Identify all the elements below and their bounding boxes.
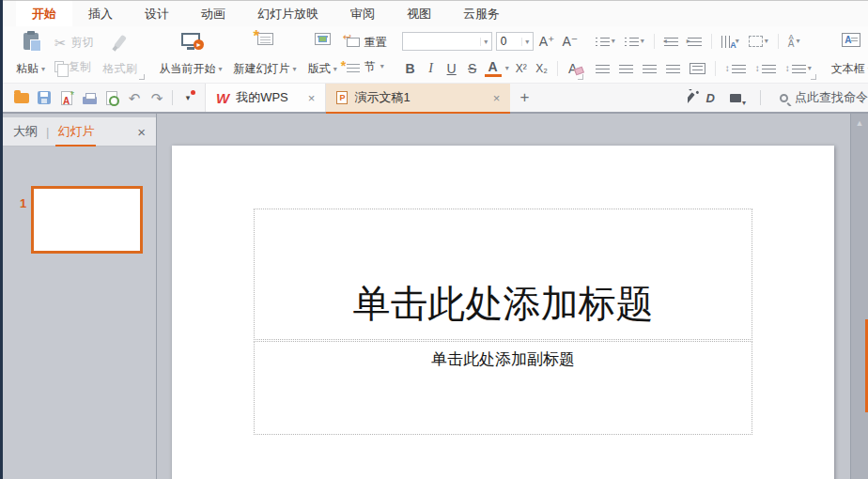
close-tab-icon[interactable]: × — [295, 91, 316, 105]
presentation-file-icon: P — [336, 91, 348, 104]
close-panel-icon[interactable]: × — [137, 124, 146, 140]
font-color-button[interactable]: A — [485, 59, 502, 77]
close-tab-icon[interactable]: × — [493, 91, 501, 105]
print-preview-button[interactable] — [101, 86, 123, 109]
strikethrough-button[interactable]: S — [464, 61, 481, 76]
textbox-button[interactable]: 文本框▾ — [826, 28, 868, 81]
redo-icon: ↷ — [151, 91, 163, 105]
chevron-down-icon: ▾ — [796, 38, 799, 45]
share-icon[interactable] — [730, 94, 741, 102]
reset-icon — [347, 38, 360, 47]
scissors-icon: ✂ — [54, 36, 67, 50]
new-slide-icon — [257, 33, 273, 45]
paragraph-group: ▾ ▾ ▾ ▾ ▾ — [589, 26, 818, 83]
slides-group: 从当前开始▾ 新建幻灯片▾ 版式▾ 重置 节 ▾ — [150, 26, 395, 83]
customize-toolbar-button[interactable]: ▾ — [177, 86, 199, 109]
underline-button[interactable]: U — [443, 61, 460, 76]
increase-font-size-button[interactable]: A⁺ — [537, 34, 557, 49]
bullet-list-button[interactable]: ▾ — [593, 34, 618, 49]
undo-button[interactable]: ↶ — [123, 86, 146, 109]
font-dialog-launcher[interactable] — [578, 74, 583, 80]
slide-thumbnail[interactable] — [31, 186, 143, 254]
redo-button[interactable]: ↷ — [146, 86, 168, 109]
superscript-button[interactable]: X² — [513, 62, 530, 75]
docer-icon[interactable]: D — [706, 91, 715, 105]
menu-tab-insert[interactable]: 插入 — [72, 1, 129, 26]
search-icon — [780, 94, 788, 102]
menu-bar: 开始 插入 设计 动画 幻灯片放映 审阅 视图 云服务 — [3, 0, 868, 26]
tab-document-1[interactable]: P 演示文稿1 × — [326, 84, 510, 114]
subscript-button[interactable]: X₂ — [534, 62, 550, 75]
numbered-list-button[interactable]: ▾ — [622, 34, 647, 49]
menu-tab-slideshow[interactable]: 幻灯片放映 — [241, 1, 334, 26]
subtitle-placeholder[interactable]: 单击此处添加副标题 — [254, 341, 752, 435]
print-button[interactable] — [78, 86, 101, 109]
character-spacing-button[interactable]: ▾ — [785, 33, 803, 50]
distribute-button[interactable] — [687, 61, 708, 76]
numbered-list-icon — [625, 36, 639, 47]
align-right-button[interactable] — [640, 61, 659, 76]
chevron-down-icon: ▾ — [480, 38, 491, 46]
increase-indent-button[interactable] — [685, 34, 705, 49]
decrease-indent-button[interactable] — [661, 34, 681, 49]
menu-tab-animation[interactable]: 动画 — [185, 1, 241, 26]
chevron-down-icon: ▾ — [641, 38, 644, 45]
font-group: ▾ 0 ▾ A⁺ A⁻ B I U S A ▾ X² — [398, 26, 585, 83]
font-name-combobox[interactable]: ▾ — [402, 32, 492, 51]
text-direction-button[interactable]: ▾ — [719, 34, 742, 50]
justify-button[interactable] — [663, 61, 683, 76]
small-divider — [778, 34, 779, 49]
outline-tab[interactable]: 大纲 — [13, 117, 38, 146]
align-left-button[interactable] — [593, 61, 612, 76]
paste-label: 粘贴 — [16, 61, 39, 77]
font-size-combobox[interactable]: 0 ▾ — [496, 32, 534, 51]
reset-button[interactable]: 重置 — [343, 33, 391, 53]
tab-my-wps[interactable]: W 我的WPS × — [205, 84, 326, 112]
menu-tab-view[interactable]: 视图 — [391, 1, 447, 26]
vertical-scrollbar[interactable]: ▲ — [850, 114, 868, 479]
chevron-down-icon: ▾ — [505, 65, 509, 72]
slides-tab[interactable]: 幻灯片 — [57, 117, 94, 146]
paragraph-dialog-launcher[interactable] — [811, 74, 816, 80]
wps-presentation-window: 开始 插入 设计 动画 幻灯片放映 审阅 视图 云服务 粘贴▾ ✂ 剪切 复制 — [0, 0, 868, 479]
scroll-up-icon[interactable]: ▲ — [856, 118, 864, 479]
new-tab-button[interactable]: + — [510, 84, 538, 112]
menu-tab-home[interactable]: 开始 — [16, 1, 72, 26]
format-painter-button[interactable]: 格式刷 — [98, 28, 143, 81]
title-placeholder[interactable]: 单击此处添加标题 — [254, 209, 752, 340]
copy-button[interactable]: 复制 — [51, 57, 98, 77]
layout-button[interactable]: 版式▾ — [302, 28, 343, 81]
decrease-font-size-button[interactable]: A⁻ — [560, 34, 580, 49]
section-button[interactable]: 节 ▾ — [343, 57, 391, 77]
menu-tab-cloud[interactable]: 云服务 — [447, 1, 516, 26]
bullet-list-icon — [596, 36, 610, 47]
export-pdf-button[interactable] — [55, 86, 78, 109]
section-icon — [347, 64, 360, 73]
open-folder-icon — [14, 93, 29, 103]
line-spacing-options-button[interactable]: ▾ — [783, 61, 814, 76]
paste-button[interactable]: 粘贴▾ — [10, 28, 51, 81]
clipboard-dialog-launcher[interactable] — [139, 74, 145, 80]
new-slide-button[interactable]: 新建幻灯片▾ — [228, 28, 302, 81]
text-frame-icon — [749, 36, 763, 47]
open-button[interactable] — [10, 86, 33, 109]
play-from-current-button[interactable]: 从当前开始▾ — [154, 28, 228, 81]
undo-icon: ↶ — [129, 91, 141, 105]
text-frame-button[interactable]: ▾ — [746, 34, 771, 49]
menu-tab-review[interactable]: 审阅 — [334, 1, 391, 26]
align-center-button[interactable] — [616, 61, 636, 76]
title-placeholder-text: 单击此处添加标题 — [353, 278, 654, 330]
save-button[interactable] — [33, 86, 55, 109]
magic-beautify-icon[interactable] — [688, 92, 695, 104]
cut-button[interactable]: ✂ 剪切 — [51, 33, 98, 53]
menu-tab-design[interactable]: 设计 — [129, 1, 185, 26]
save-icon — [38, 91, 51, 104]
chevron-down-icon: ▾ — [41, 66, 45, 73]
find-command-search[interactable]: 点此查找命令 — [780, 89, 868, 106]
line-spacing-increase-button[interactable] — [722, 61, 749, 76]
bold-button[interactable]: B — [402, 61, 419, 76]
italic-button[interactable]: I — [423, 61, 440, 76]
line-spacing-decrease-button[interactable] — [752, 61, 779, 76]
plus-icon: + — [519, 88, 529, 107]
slide-page[interactable]: 单击此处添加标题 单击此处添加副标题 — [172, 146, 834, 479]
